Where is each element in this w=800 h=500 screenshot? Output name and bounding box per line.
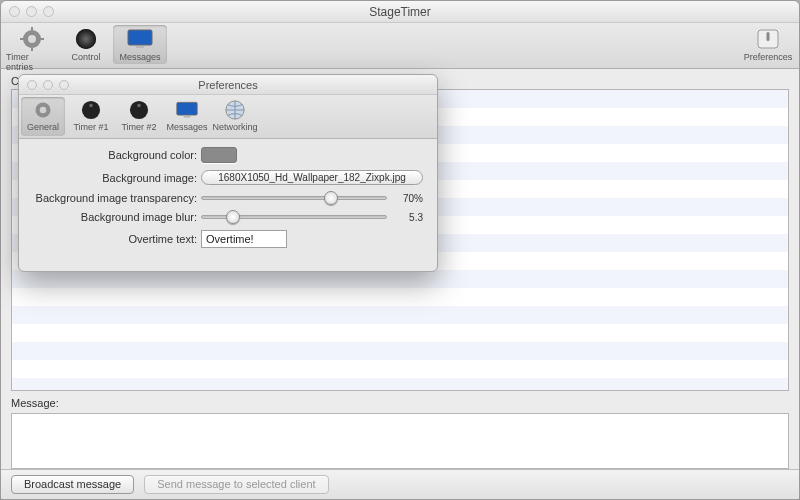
list-row [12, 288, 788, 306]
list-row [12, 360, 788, 378]
slider-knob[interactable] [324, 191, 338, 205]
minimize-icon[interactable] [43, 80, 53, 90]
message-label: Message: [1, 391, 799, 411]
toolbar-label: Preferences [744, 52, 793, 62]
broadcast-button[interactable]: Broadcast message [11, 475, 134, 494]
list-row [12, 342, 788, 360]
zoom-icon[interactable] [59, 80, 69, 90]
bgimage-label: Background image: [33, 172, 201, 184]
main-toolbar: Timer entries Control Messages Preferenc… [1, 23, 799, 69]
toolbar-label: Control [71, 52, 100, 62]
pref-row-bgimage: Background image: 1680X1050_Hd_Wallpaper… [33, 170, 423, 185]
toolbar-item-preferences[interactable]: Preferences [741, 25, 795, 64]
overtime-input[interactable] [201, 230, 287, 248]
blur-label: Background image blur: [33, 211, 201, 223]
minimize-icon[interactable] [26, 6, 37, 17]
display-icon [127, 27, 153, 51]
pref-window-controls [19, 80, 69, 90]
toolbar-label: Messages [119, 52, 160, 62]
app-title: StageTimer [1, 5, 799, 19]
svg-rect-3 [31, 47, 33, 51]
close-icon[interactable] [27, 80, 37, 90]
svg-rect-2 [31, 27, 33, 31]
pref-tab-label: General [27, 122, 59, 132]
preferences-titlebar: Preferences [19, 75, 437, 95]
knob-icon [73, 27, 99, 51]
svg-rect-5 [40, 38, 44, 40]
svg-point-1 [28, 35, 36, 43]
knob-icon [127, 99, 151, 121]
svg-rect-4 [20, 38, 24, 40]
bgcolor-swatch[interactable] [201, 147, 237, 163]
gear-icon [31, 99, 55, 121]
pref-tab-messages[interactable]: Messages [165, 97, 209, 136]
list-row [12, 270, 788, 288]
svg-rect-9 [136, 46, 144, 48]
bottom-bar: Broadcast message Send message to select… [1, 469, 799, 499]
zoom-icon[interactable] [43, 6, 54, 17]
svg-rect-8 [128, 30, 152, 45]
svg-rect-19 [184, 116, 191, 118]
svg-rect-18 [177, 102, 197, 115]
svg-point-13 [40, 107, 47, 114]
bgimage-file-button[interactable]: 1680X1050_Hd_Wallpaper_182_Zixpk.jpg [201, 170, 423, 185]
close-icon[interactable] [9, 6, 20, 17]
pref-tab-networking[interactable]: Networking [213, 97, 257, 136]
gear-icon [19, 27, 45, 51]
overtime-label: Overtime text: [33, 233, 201, 245]
list-row [12, 378, 788, 391]
pref-tab-label: Timer #1 [73, 122, 108, 132]
pref-tab-timer2[interactable]: Timer #2 [117, 97, 161, 136]
send-selected-button: Send message to selected client [144, 475, 328, 494]
toolbar-item-timer-entries[interactable]: Timer entries [5, 25, 59, 74]
pref-row-blur: Background image blur: 5.3 [33, 211, 423, 223]
svg-point-7 [76, 29, 96, 49]
toolbar-item-control[interactable]: Control [59, 25, 113, 64]
svg-point-16 [130, 101, 148, 119]
pref-tab-label: Messages [166, 122, 207, 132]
pref-tab-label: Timer #2 [121, 122, 156, 132]
preferences-title: Preferences [19, 79, 437, 91]
preferences-window: Preferences General Timer #1 Timer #2 Me… [18, 74, 438, 272]
pref-row-transparency: Background image transparency: 70% [33, 192, 423, 204]
slider-knob[interactable] [226, 210, 240, 224]
svg-point-17 [137, 104, 141, 108]
pref-tab-timer1[interactable]: Timer #1 [69, 97, 113, 136]
pref-row-bgcolor: Background color: [33, 147, 423, 163]
knob-icon [79, 99, 103, 121]
preferences-toolbar: General Timer #1 Timer #2 Messages Netwo… [19, 95, 437, 139]
blur-slider[interactable] [201, 215, 387, 219]
transparency-value: 70% [395, 193, 423, 204]
pref-tab-label: Networking [212, 122, 257, 132]
preferences-body: Background color: Background image: 1680… [19, 139, 437, 271]
globe-icon [223, 99, 247, 121]
svg-point-15 [89, 104, 93, 108]
blur-value: 5.3 [395, 212, 423, 223]
window-controls [1, 6, 54, 17]
switch-icon [755, 27, 781, 51]
transparency-label: Background image transparency: [33, 192, 201, 204]
pref-row-overtime: Overtime text: [33, 230, 423, 248]
transparency-slider[interactable] [201, 196, 387, 200]
message-textarea[interactable] [11, 413, 789, 469]
toolbar-item-messages[interactable]: Messages [113, 25, 167, 64]
list-row [12, 324, 788, 342]
bgcolor-label: Background color: [33, 149, 201, 161]
display-icon [175, 99, 199, 121]
pref-tab-general[interactable]: General [21, 97, 65, 136]
main-titlebar: StageTimer [1, 1, 799, 23]
list-row [12, 306, 788, 324]
svg-rect-11 [767, 32, 770, 41]
svg-point-14 [82, 101, 100, 119]
